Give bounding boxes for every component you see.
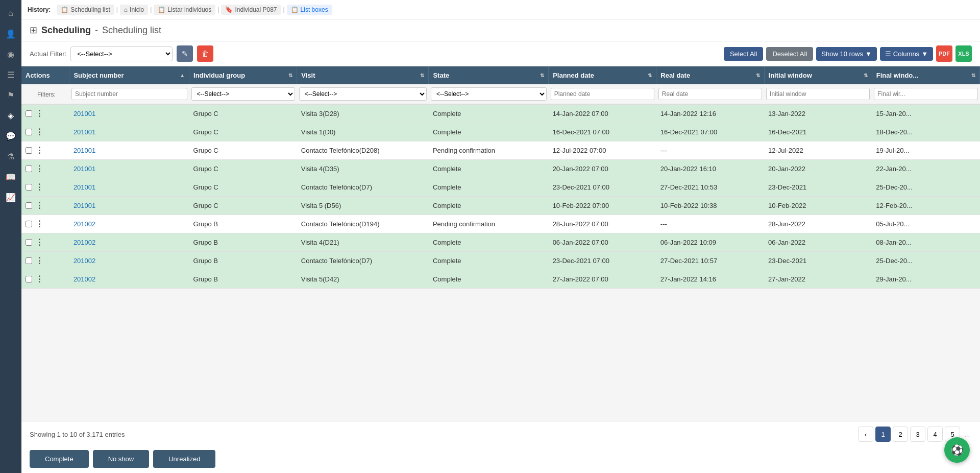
filter-final-input[interactable] [874, 88, 977, 100]
col-header-initial[interactable]: Initial window ⇅ [764, 66, 872, 84]
row-actions-menu[interactable]: ⋮ [35, 109, 43, 119]
row-checkbox[interactable] [26, 184, 32, 191]
page-3-button[interactable]: 3 [910, 427, 925, 442]
row-actions-menu[interactable]: ⋮ [35, 256, 43, 266]
complete-button[interactable]: Complete [30, 450, 89, 468]
row-checkbox[interactable] [26, 110, 32, 117]
subject-link[interactable]: 201002 [74, 220, 95, 228]
pdf-button[interactable]: PDF [936, 45, 952, 62]
row-actions-menu[interactable]: ⋮ [35, 274, 43, 284]
delete-filter-button[interactable]: 🗑 [197, 45, 213, 62]
page-prev-button[interactable]: ‹ [858, 427, 873, 442]
subject-link[interactable]: 201001 [74, 128, 95, 136]
row-subject: 201002 [69, 215, 189, 233]
excel-button[interactable]: XLS [955, 45, 972, 62]
row-actions-menu[interactable]: ⋮ [35, 164, 43, 174]
row-checkbox[interactable] [26, 129, 32, 135]
visit-sort-icon[interactable]: ⇅ [420, 73, 424, 78]
data-table: Actions Subject number ▲ Individual grou [21, 66, 980, 289]
filter-initial-input[interactable] [766, 88, 870, 100]
sidebar-book[interactable]: 📖 [2, 168, 20, 186]
col-header-subject[interactable]: Subject number ▲ [69, 66, 189, 84]
filter-subject-input[interactable] [71, 88, 187, 100]
edit-filter-button[interactable]: ✎ [177, 45, 193, 62]
breadcrumb-individual[interactable]: 🔖 Individual P087 [221, 5, 281, 15]
subject-link[interactable]: 201001 [74, 147, 95, 154]
filter-real-input[interactable] [658, 88, 762, 100]
sidebar-user[interactable]: 👤 [2, 25, 20, 43]
col-header-state[interactable]: State ⇅ [429, 66, 549, 84]
subject-link[interactable]: 201002 [74, 275, 95, 283]
col-header-visit[interactable]: Visit ⇅ [297, 66, 429, 84]
breadcrumb-listboxes[interactable]: 📋 List boxes [287, 5, 332, 15]
breadcrumb-scheduling-list[interactable]: 📋 Scheduling list [57, 5, 114, 15]
breadcrumb-inicio[interactable]: ⌂ Inicio [120, 5, 148, 15]
no-show-button[interactable]: No show [93, 450, 150, 468]
subject-link[interactable]: 201001 [74, 183, 95, 191]
row-actions-menu[interactable]: ⋮ [35, 219, 43, 229]
row-state: Complete [429, 178, 549, 197]
filter-subject-cell [69, 84, 189, 104]
planned-sort-icon[interactable]: ⇅ [648, 73, 652, 78]
page-2-button[interactable]: 2 [893, 427, 908, 442]
unrealized-button[interactable]: Unrealized [153, 450, 215, 468]
real-sort-icon[interactable]: ⇅ [756, 73, 760, 78]
col-header-group[interactable]: Individual group ⇅ [189, 66, 297, 84]
row-checkbox[interactable] [26, 239, 32, 246]
filter-planned-input[interactable] [551, 88, 654, 100]
row-checkbox[interactable] [26, 257, 32, 264]
sidebar-clipboard[interactable]: ☰ [2, 65, 20, 84]
sidebar-chart[interactable]: ◉ [2, 45, 20, 63]
row-actions-menu[interactable]: ⋮ [35, 201, 43, 210]
row-checkbox[interactable] [26, 202, 32, 209]
row-group: Grupo C [189, 104, 297, 123]
row-final: 05-Jul-20... [872, 215, 979, 233]
col-header-final[interactable]: Final windo... ⇅ [872, 66, 979, 84]
col-header-planned[interactable]: Planned date ⇅ [549, 66, 656, 84]
initial-sort-icon[interactable]: ⇅ [864, 73, 868, 78]
row-actions-menu[interactable]: ⋮ [35, 238, 43, 247]
subject-link[interactable]: 201001 [74, 110, 95, 117]
filter-state-select[interactable]: <--Select--> [431, 87, 547, 101]
group-sort-icon[interactable]: ⇅ [288, 73, 292, 78]
subject-sort-icon[interactable]: ▲ [180, 73, 185, 78]
sidebar-chat[interactable]: 💬 [2, 127, 20, 145]
subject-link[interactable]: 201002 [74, 257, 95, 265]
sidebar-flag[interactable]: ⚑ [2, 86, 20, 104]
final-sort-icon[interactable]: ⇅ [971, 73, 975, 78]
float-action-button[interactable]: ⚽ [944, 437, 970, 463]
page-4-button[interactable]: 4 [927, 427, 943, 442]
row-planned: 28-Jun-2022 07:00 [549, 215, 656, 233]
breadcrumb-listar[interactable]: 📋 Listar individuos [154, 5, 215, 15]
sidebar-eye[interactable]: ◈ [2, 106, 20, 125]
filter-visit-select[interactable]: <--Select--> [299, 87, 427, 101]
row-checkbox[interactable] [26, 221, 32, 227]
row-subject: 201002 [69, 270, 189, 289]
row-checkbox-cell: ⋮ [21, 252, 42, 270]
filter-group-select[interactable]: <--Select--> [191, 87, 295, 101]
row-checkbox[interactable] [26, 276, 32, 282]
row-initial: 27-Jan-2022 [764, 270, 872, 289]
deselect-all-button[interactable]: Deselect All [766, 47, 813, 61]
subject-link[interactable]: 201002 [74, 239, 95, 246]
sidebar-flask[interactable]: ⚗ [2, 147, 20, 165]
row-checkbox[interactable] [26, 147, 32, 154]
row-planned: 20-Jan-2022 07:00 [549, 160, 656, 178]
filter-final-cell [872, 84, 979, 104]
page-1-button[interactable]: 1 [875, 427, 891, 442]
row-actions-menu[interactable]: ⋮ [35, 146, 43, 155]
state-sort-icon[interactable]: ⇅ [540, 73, 544, 78]
show-rows-button[interactable]: Show 10 rows ▼ [816, 47, 877, 61]
subject-link[interactable]: 201001 [74, 202, 95, 209]
toolbar-right: Select All Deselect All Show 10 rows ▼ ☰… [724, 45, 972, 62]
actual-filter-select[interactable]: <--Select--> [70, 46, 173, 61]
subject-link[interactable]: 201001 [74, 165, 95, 173]
sidebar-barchart[interactable]: 📈 [2, 188, 20, 206]
col-header-real[interactable]: Real date ⇅ [656, 66, 764, 84]
row-actions-menu[interactable]: ⋮ [35, 127, 43, 137]
select-all-button[interactable]: Select All [724, 47, 763, 61]
row-actions-menu[interactable]: ⋮ [35, 182, 43, 192]
columns-button[interactable]: ☰ Columns ▼ [880, 47, 933, 61]
sidebar-home[interactable]: ⌂ [2, 4, 20, 22]
row-checkbox[interactable] [26, 165, 32, 172]
